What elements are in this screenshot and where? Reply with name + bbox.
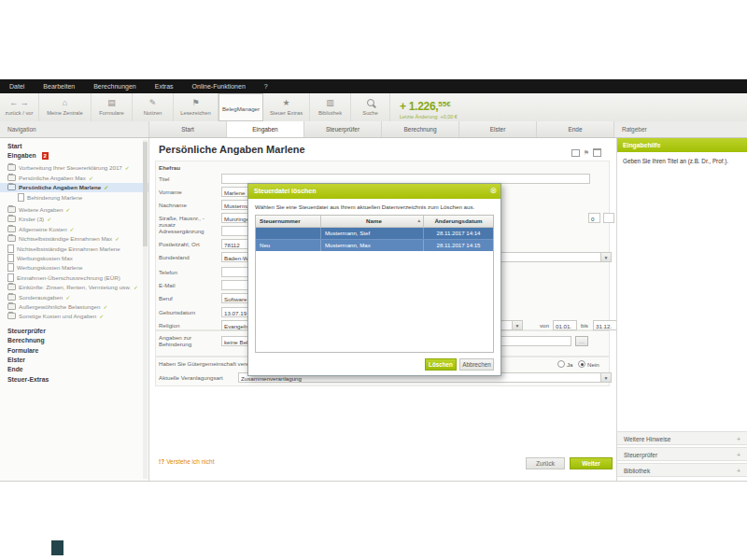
notizen-button[interactable]: ✎ Notizen (133, 93, 174, 121)
comment-icon[interactable] (571, 149, 580, 157)
sidebar-item-werbungskosten-max[interactable]: Werbungskosten Max (0, 253, 148, 262)
sidebar-item-berechnung[interactable]: Berechnung (0, 335, 148, 344)
next-button[interactable]: Weiter (570, 457, 613, 469)
book-icon: ▥ (326, 99, 334, 108)
back-button[interactable]: Zurück (526, 457, 565, 469)
cancel-button[interactable]: Abbrechen (459, 358, 494, 371)
pencil-icon: ✎ (149, 99, 157, 108)
screenshot-artifact (51, 540, 63, 555)
menu-online-funktionen[interactable]: Online-Funktionen (192, 83, 246, 90)
dont-understand-link[interactable]: !?Verstehe ich nicht (159, 458, 214, 465)
dialog-instruction: Wählen Sie eine Steuerdatei aus Ihrem ak… (255, 203, 494, 210)
sidebar-item-angaben-marlene[interactable]: Persönliche Angaben Marlene✓ (0, 183, 148, 192)
tab-ende[interactable]: Ende (537, 121, 614, 137)
plz-ort-label: Postleitzahl, Ort (159, 241, 218, 247)
von-label: von (540, 322, 549, 329)
col-steuernummer[interactable]: Steuernummer (256, 216, 321, 227)
sidebar-item-elster[interactable]: Elster (0, 355, 148, 364)
sidebar-item-steuerpruefer[interactable]: Steuerprüfer (0, 326, 148, 335)
radio-nein[interactable] (578, 360, 585, 368)
bis-label: bis (581, 322, 588, 329)
meine-zentrale-button[interactable]: ⌂ Meine Zentrale (39, 93, 92, 121)
dialog-title: Steuerdatei löschen (248, 184, 500, 199)
question-icon: !? (159, 458, 164, 465)
tab-eingaben[interactable]: Eingaben (227, 121, 304, 137)
bibliothek-button[interactable]: ▥ Bibliothek (310, 93, 351, 121)
sidebar-item-kinder[interactable]: Kinder (3)✓ (0, 215, 148, 224)
titel-label: Titel (159, 175, 218, 182)
sidebar-item-einkuenfte[interactable]: Einkünfte: Zinsen, Renten, Vermietung us… (0, 282, 148, 291)
help-text: Geben Sie Ihren Titel an (z.B. Dr., Prof… (623, 158, 741, 165)
bookmark-icon[interactable]: ⚑ (584, 149, 589, 156)
delete-button[interactable]: Löschen (425, 358, 457, 371)
sidebar-item-vorbereitung[interactable]: Vorbereitung Ihrer Steuererklärung 2017✓ (0, 163, 148, 173)
home-icon: ⌂ (63, 99, 67, 108)
hausnr-field[interactable]: 0 (588, 213, 600, 223)
tab-start[interactable]: Start (149, 121, 227, 137)
folder-icon (7, 206, 16, 213)
close-icon[interactable]: ⊗ (489, 187, 497, 195)
formulare-button[interactable]: ▤ Formulare (92, 93, 133, 121)
suche-button[interactable]: Suche (351, 93, 390, 121)
bundesland-label: Bundesland (159, 254, 218, 260)
tax-refund-display: + 1.226,55€ Letzte Änderung: +0,00 € (400, 93, 458, 121)
sidebar-scrollbar-thumb[interactable] (143, 142, 148, 246)
menu-help[interactable]: ? (264, 83, 268, 90)
sidebar-item-allgemeine-kosten[interactable]: Allgemeine Kosten✓ (0, 224, 148, 233)
col-aenderungsdatum[interactable]: Änderungsdatum (424, 216, 493, 227)
sort-asc-icon: ▴ (417, 217, 420, 223)
tab-steuerpruefer[interactable]: Steuerprüfer (304, 121, 382, 137)
belegmanager-button[interactable]: BelegManager (218, 93, 263, 121)
sidebar-item-sonstige-kosten[interactable]: Sonstige Kosten und Angaben✓ (0, 312, 148, 321)
section-steuerpruefer[interactable]: Steuerprüfer+ (617, 447, 747, 461)
sidebar-item-weitere-angaben[interactable]: Weitere Angaben✓ (0, 204, 148, 214)
tab-berechnung[interactable]: Berechnung (382, 121, 459, 137)
sidebar-item-einnahmen-marlene[interactable]: Nichtselbstständige Einnahmen Marlene (0, 244, 148, 253)
menu-berechnungen[interactable]: Berechnungen (93, 83, 136, 90)
behinderung-lookup-button[interactable]: … (575, 336, 588, 346)
check-icon: ✓ (70, 226, 75, 232)
section-weitere-hinweise[interactable]: Weitere Hinweise+ (617, 431, 747, 445)
menu-bar: Datei Bearbeiten Berechnungen Extras Onl… (0, 79, 747, 93)
file-list: Steuernummer Name▴ Änderungsdatum Muster… (255, 215, 494, 353)
sidebar-item-sonderausgaben[interactable]: Sonderausgaben✓ (0, 292, 148, 301)
sidebar-item-steuer-extras[interactable]: Steuer-Extras (0, 374, 148, 384)
sidebar-item-euer[interactable]: Einnahmen-Überschussrechnung (EÜR) (0, 273, 148, 282)
tab-elster[interactable]: Elster (459, 121, 537, 137)
von-field[interactable]: 01.01. (553, 320, 577, 330)
sidebar-item-werbungskosten-marlene[interactable]: Werbungskosten Marlene (0, 263, 148, 273)
table-row[interactable]: Mustermann, Stef 28.11.2017 14:14 (256, 228, 493, 239)
sidebar-item-ende[interactable]: Ende (0, 365, 148, 374)
zusatz-field[interactable] (603, 213, 614, 223)
back-forward-button[interactable]: ← → zurück / vor (0, 93, 39, 121)
check-icon: ✓ (104, 184, 108, 190)
sidebar-item-eingaben[interactable]: Eingaben2 (0, 150, 148, 160)
sidebar-item-start[interactable]: Start (0, 141, 148, 150)
last-change-label: Letzte Änderung: +0,00 € (400, 114, 458, 119)
steuer-extras-button[interactable]: ★ Steuer Extras (263, 93, 310, 121)
sidebar-item-belastungen[interactable]: Außergewöhnliche Belastungen✓ (0, 301, 148, 311)
page-title: Persönliche Angaben Marlene (159, 144, 305, 155)
veranlagungsart-label: Aktuelle Veranlagungsart (159, 374, 238, 381)
toolbar: ← → zurück / vor ⌂ Meine Zentrale ▤ Form… (0, 93, 747, 122)
sidebar-item-formulare[interactable]: Formulare (0, 345, 148, 355)
sidebar-item-angaben-max[interactable]: Persönliche Angaben Max✓ (0, 173, 148, 182)
radio-ja[interactable] (557, 360, 565, 368)
menu-extras[interactable]: Extras (155, 83, 174, 90)
section-bibliothek[interactable]: Bibliothek+ (617, 463, 747, 477)
menu-bearbeiten[interactable]: Bearbeiten (43, 83, 75, 90)
ja-label: Ja (567, 361, 573, 368)
menu-datei[interactable]: Datei (9, 83, 24, 90)
tab-bar: Navigation Start Eingaben Steuerprüfer B… (0, 121, 747, 138)
lesezeichen-button[interactable]: ⚑ Lesezeichen (174, 93, 218, 121)
table-row[interactable]: Neu Mustermann, Max 28.11.2017 14:15 (256, 239, 493, 251)
printer-icon[interactable] (593, 148, 601, 157)
check-icon: ✓ (99, 313, 104, 319)
expand-icon: + (737, 448, 740, 462)
sidebar-item-einnahmen-max[interactable]: Nichtselbstständige Einnahmen Max✓ (0, 234, 148, 244)
col-name[interactable]: Name▴ (321, 216, 424, 227)
ratgeber-panel: Eingabehilfe Geben Sie Ihren Titel an (z… (616, 138, 747, 481)
sidebar-item-behinderung-marlene[interactable]: Behinderung Marlene (0, 192, 148, 202)
folder-icon (7, 164, 16, 171)
folder-icon (7, 226, 16, 232)
